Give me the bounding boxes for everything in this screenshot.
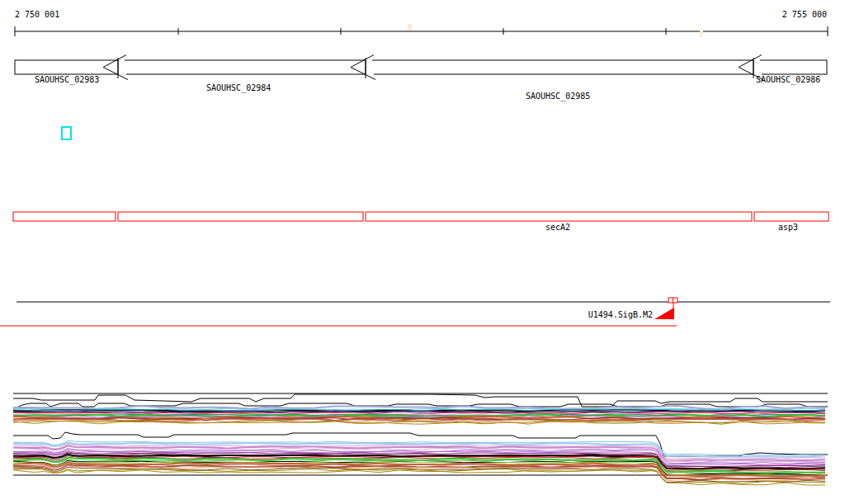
cds-label-asp3: asp3 [778,224,798,232]
ruler-start-coordinate: 2 750 001 [15,11,59,19]
ruler-end-coordinate: 2 755 000 [782,11,827,19]
cds-label-seca2: secA2 [545,224,570,232]
marker-flag-pennant[interactable] [654,308,674,319]
gene-label-saouhsc-02985: SAOUHSC_02985 [526,92,590,101]
gene-label-saouhsc-02984: SAOUHSC_02984 [206,84,271,92]
selection-highlight-box[interactable] [61,126,72,140]
coverage-series [13,470,825,485]
cds-segment[interactable] [118,212,363,221]
cds-segment[interactable] [754,212,828,221]
cds-segment[interactable] [366,212,752,221]
coverage-outline [13,394,828,407]
gene-arrow-saouhsc_02984-arrowhead[interactable] [103,55,128,80]
gene-label-saouhsc-02986: SAOUHSC_02986 [756,76,820,84]
ruler-cursor-highlight [700,30,703,37]
gene-arrow-saouhsc_02985-arrowhead[interactable] [351,55,375,80]
ruler-cursor-highlight [408,24,412,31]
browser-canvas [0,0,845,504]
genome-browser-window: 2 750 001 2 755 000 SAOUHSC_02983 SAOUHS… [0,0,845,504]
cds-segment[interactable] [13,212,116,221]
marker-flag-label: U1494.SigB.M2 [588,311,653,319]
gene-label-saouhsc-02983: SAOUHSC_02983 [35,76,99,84]
